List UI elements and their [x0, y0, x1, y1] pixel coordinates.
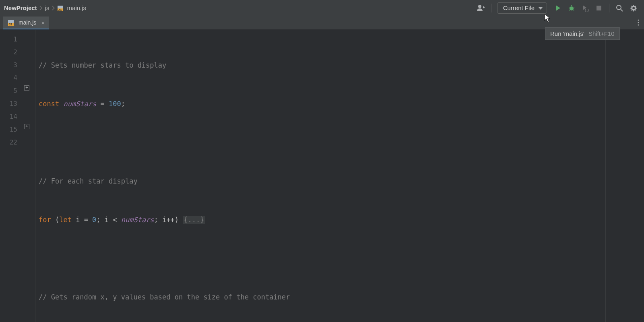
svg-line-6 — [569, 8, 570, 8]
svg-point-19 — [638, 25, 639, 26]
code-token: 100 — [109, 100, 121, 108]
line-number: 1 — [0, 33, 17, 46]
code-token: ; i++) — [154, 216, 183, 224]
chevron-down-icon — [539, 4, 543, 11]
line-number: 22 — [0, 136, 17, 149]
tab-label: main.js — [19, 19, 36, 26]
code-token: let — [59, 216, 72, 224]
code-token: ; i < — [96, 216, 121, 224]
line-number: 5 — [0, 85, 17, 97]
svg-point-18 — [638, 22, 639, 23]
svg-rect-10 — [597, 6, 601, 10]
search-icon[interactable] — [613, 2, 626, 14]
debug-button[interactable] — [565, 2, 578, 14]
line-number: 15 — [0, 123, 17, 136]
run-config-label: Current File — [503, 4, 535, 11]
tooltip-label: Run 'main.js' — [550, 30, 584, 37]
breadcrumb-folder[interactable]: js — [45, 4, 50, 11]
code-token: // Sets number stars to display — [39, 61, 166, 69]
run-tooltip: Run 'main.js' Shift+F10 — [545, 27, 620, 40]
svg-point-17 — [638, 20, 639, 21]
svg-text:JS: JS — [58, 8, 62, 11]
code-area[interactable]: // Sets number stars to display const nu… — [35, 30, 644, 322]
breadcrumb-file[interactable]: main.js — [67, 4, 87, 11]
svg-line-7 — [573, 8, 574, 8]
line-number: 14 — [0, 110, 17, 123]
separator — [609, 4, 609, 12]
code-token: i = — [72, 216, 92, 224]
breadcrumb-project[interactable]: NewProject — [4, 4, 37, 11]
separator — [491, 4, 491, 12]
fold-expand-icon[interactable]: + — [24, 85, 29, 91]
svg-line-8 — [569, 10, 570, 10]
line-number: 3 — [0, 59, 17, 72]
svg-text:JS: JS — [9, 23, 12, 26]
svg-line-9 — [573, 10, 574, 10]
chevron-right-icon — [39, 6, 43, 10]
svg-point-11 — [617, 5, 621, 10]
code-token: for — [39, 216, 51, 224]
line-number: 13 — [0, 97, 17, 110]
breadcrumbs: NewProject js JS main.js — [4, 4, 86, 11]
user-icon[interactable] — [474, 2, 488, 14]
run-config-selector[interactable]: Current File — [497, 2, 547, 14]
tooltip-shortcut: Shift+F10 — [588, 30, 615, 37]
toolbar-actions: Current File — [474, 2, 640, 14]
code-token: numStars — [63, 100, 96, 108]
code-token: const — [39, 100, 59, 108]
run-with-coverage-button[interactable] — [578, 2, 592, 14]
top-toolbar: NewProject js JS main.js Curr — [0, 0, 644, 16]
chevron-right-icon — [52, 6, 55, 10]
js-file-icon: JS — [58, 5, 64, 11]
code-token: ; — [121, 100, 125, 108]
code-token: = — [96, 100, 109, 108]
code-token: 0 — [92, 216, 96, 224]
right-margin-line — [605, 30, 606, 322]
settings-icon[interactable] — [626, 2, 640, 14]
svg-point-13 — [632, 7, 635, 9]
fold-gutter: + + — [23, 30, 35, 322]
line-number: 4 — [0, 72, 17, 85]
line-number: 2 — [0, 46, 17, 59]
stop-button[interactable] — [592, 2, 606, 14]
code-token: // Gets random x, y values based on the … — [39, 293, 290, 301]
line-gutter: 1 2 3 4 5 13 14 15 22 — [0, 30, 23, 322]
svg-line-12 — [621, 9, 623, 11]
code-token: // For each star display — [39, 177, 138, 185]
code-token: ( — [51, 216, 59, 224]
tab-main-js[interactable]: JS main.js × — [3, 17, 49, 29]
code-editor[interactable]: 1 2 3 4 5 13 14 15 22 + + // Sets number… — [0, 30, 644, 322]
tab-menu-icon[interactable] — [635, 18, 642, 29]
folded-block[interactable]: {...} — [183, 216, 205, 224]
fold-expand-icon[interactable]: + — [24, 124, 29, 129]
tab-close-icon[interactable]: × — [39, 19, 45, 26]
run-button[interactable] — [551, 2, 565, 14]
svg-point-3 — [478, 5, 481, 8]
code-token: numStars — [121, 216, 154, 224]
js-file-icon: JS — [8, 19, 14, 26]
